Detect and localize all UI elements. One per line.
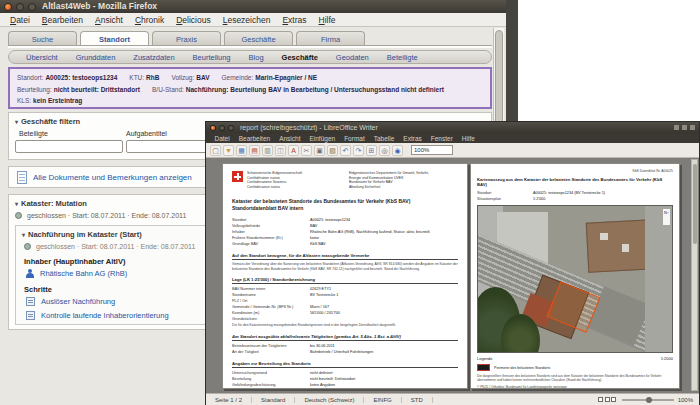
collapse-arrow-icon[interactable]: ▾ bbox=[22, 232, 25, 238]
perimeter-swatch-icon bbox=[477, 364, 490, 371]
info-segment: Gemeinde:Marin-Epagnier / NE bbox=[222, 74, 318, 81]
page-preview-icon[interactable]: ◫ bbox=[275, 145, 286, 156]
redo-icon[interactable]: ↷ bbox=[353, 145, 364, 156]
close-button[interactable] bbox=[4, 3, 12, 11]
tab-firma[interactable]: Firma bbox=[296, 31, 365, 46]
subnav-grunddaten[interactable]: Grunddaten bbox=[67, 53, 125, 62]
menu-item[interactable]: Datei bbox=[4, 15, 36, 25]
info-segment: Beurteilung:nicht beurteilt: Drittstando… bbox=[17, 86, 140, 93]
task-icon bbox=[26, 297, 35, 306]
table-icon[interactable]: ⊞ bbox=[366, 145, 377, 156]
doc-kv-row: Grundstücksnr. bbox=[232, 316, 458, 322]
collapse-arrow-icon[interactable]: ▾ bbox=[15, 201, 18, 207]
minimize-button[interactable] bbox=[219, 125, 225, 131]
schritt-link-1[interactable]: Auslöser Nachführung bbox=[41, 297, 115, 306]
menu-item[interactable]: Extras bbox=[399, 135, 426, 142]
tab-geschaefte[interactable]: Geschäfte bbox=[224, 31, 293, 46]
maximize-button[interactable] bbox=[28, 3, 36, 11]
menu-item[interactable]: Einfügen bbox=[305, 135, 340, 142]
spelling-icon[interactable]: A bbox=[288, 145, 299, 156]
subnav-beteiligte[interactable]: Beteiligte bbox=[378, 53, 427, 62]
tab-suche[interactable]: Suche bbox=[8, 31, 77, 46]
zoom-slider[interactable] bbox=[622, 399, 674, 401]
person-icon bbox=[26, 269, 34, 278]
cut-icon[interactable]: ✂ bbox=[301, 145, 312, 156]
menu-item[interactable]: Bearbeiten bbox=[36, 15, 89, 25]
close-button[interactable] bbox=[210, 125, 216, 131]
menu-item[interactable]: Chronik bbox=[129, 15, 170, 25]
show-all-documents-link[interactable]: Alle Dokumente und Bemerkungen anzeigen bbox=[33, 167, 192, 189]
schritt-link-2[interactable]: Kontrolle laufende Inhaberorientierung bbox=[41, 311, 169, 320]
writer-toolbar: ▢ ▼ ▦ ▤ ▥ ◫ A ✂ ▣ ▧ ↶ ↷ ⊞ ◎ ◉ 100% bbox=[206, 143, 699, 158]
menu-item[interactable]: Hilfe bbox=[457, 135, 479, 142]
subnav-uebersicht[interactable]: Übersicht bbox=[17, 53, 67, 62]
menu-item[interactable]: Format bbox=[340, 135, 370, 142]
collapse-arrow-icon[interactable]: ▾ bbox=[15, 119, 18, 125]
scrollbar-thumb[interactable] bbox=[693, 164, 698, 244]
inhaber-link[interactable]: Rhätische Bahn AG (RhB) bbox=[40, 269, 127, 278]
copy-icon[interactable]: ▣ bbox=[314, 145, 325, 156]
tab-standort[interactable]: Standort bbox=[80, 31, 149, 46]
section-heading: Lage (LK 1:25'000) / Standortbezeichnung bbox=[232, 277, 458, 284]
titlebar-indicator-icons bbox=[674, 125, 695, 130]
subnav-geschaefte[interactable]: Geschäfte bbox=[273, 53, 327, 62]
navigator-icon[interactable]: ◉ bbox=[392, 145, 403, 156]
kataster-status: geschlossen · Start: 08.07.2011 · Ende: … bbox=[27, 212, 186, 219]
subnav-blog[interactable]: Blog bbox=[240, 53, 273, 62]
menu-item[interactable]: Lesezeichen bbox=[217, 15, 277, 25]
statusbar-selection-mode[interactable]: STD bbox=[402, 397, 433, 403]
document-icon bbox=[17, 171, 27, 184]
save-icon[interactable]: ▦ bbox=[236, 145, 247, 156]
writer-statusbar: Seite 1 / 2 Standard Deutsch (Schweiz) E… bbox=[206, 393, 699, 405]
beteiligte-label: Beteiligte bbox=[19, 130, 48, 137]
header-line: Abteilung Sicherheit bbox=[349, 185, 429, 190]
map-scale: 1:2000 bbox=[661, 356, 673, 361]
statusbar-insert-mode[interactable]: EINFG bbox=[364, 397, 401, 403]
federal-header: Schweizerische EidgenossenschaftConfédér… bbox=[232, 171, 458, 189]
writer-scrollbar[interactable] bbox=[691, 159, 698, 391]
firefox-titlebar: Altlast4Web - Mozilla Firefox bbox=[0, 0, 506, 13]
tab-praxis[interactable]: Praxis bbox=[152, 31, 221, 46]
subnav-zusatzdaten[interactable]: Zusatzdaten bbox=[124, 53, 183, 62]
subnav-beurteilung[interactable]: Beurteilung bbox=[184, 53, 240, 62]
header-line: Confederaziun svizra bbox=[247, 185, 335, 190]
tab-baseline bbox=[8, 45, 492, 48]
undo-icon[interactable]: ↶ bbox=[340, 145, 351, 156]
print-icon[interactable]: ▥ bbox=[262, 145, 273, 156]
minimize-button[interactable] bbox=[16, 3, 24, 11]
aufgabentitel-label: Aufgabentitel bbox=[126, 130, 167, 137]
menu-item[interactable]: Delicious bbox=[170, 15, 217, 25]
statusbar-style[interactable]: Standard bbox=[252, 397, 295, 403]
maximize-button[interactable] bbox=[228, 125, 234, 131]
roof-vent bbox=[600, 233, 608, 240]
inhaber-label: Inhaber (Hauptinhaber AltlV) bbox=[24, 257, 125, 266]
menu-item[interactable]: Hilfe bbox=[313, 15, 342, 25]
firefox-menubar: DateiBearbeitenAnsichtChronikDeliciousLe… bbox=[0, 13, 506, 27]
menu-item[interactable]: Tabelle bbox=[369, 135, 399, 142]
map-note: Die dargestellten Grenzen des belasteten… bbox=[477, 374, 673, 382]
zoom-percent: 100% bbox=[678, 397, 693, 403]
beteiligte-input[interactable] bbox=[15, 140, 123, 153]
section-text: Gemäss der Verordnung über die Sanierung… bbox=[232, 262, 458, 271]
zoom-combo[interactable]: 100% bbox=[411, 145, 453, 155]
menu-item[interactable]: Bearbeiten bbox=[234, 135, 274, 142]
view-layout-icons[interactable] bbox=[598, 397, 618, 403]
section-heading: Angaben zur Beurteilung des Standorts bbox=[232, 361, 458, 368]
menu-item[interactable]: Fenster bbox=[426, 135, 457, 142]
open-icon[interactable]: ▼ bbox=[223, 145, 234, 156]
subnav-geodaten[interactable]: Geodaten bbox=[327, 53, 378, 62]
menu-item[interactable]: Ansicht bbox=[89, 15, 129, 25]
menu-item[interactable]: Datei bbox=[210, 135, 234, 142]
doc-kv-row: Grundlage BAVKbS BAV bbox=[232, 241, 458, 247]
paste-icon[interactable]: ▧ bbox=[327, 145, 338, 156]
writer-menubar: DateiBearbeitenAnsichtEinfügenFormatTabe… bbox=[206, 133, 699, 143]
map-title: Kartenauszug aus dem Kataster der belast… bbox=[477, 177, 673, 187]
statusbar-language[interactable]: Deutsch (Schweiz) bbox=[295, 397, 364, 403]
new-document-icon[interactable]: ▢ bbox=[210, 145, 221, 156]
menu-item[interactable]: Extras bbox=[276, 15, 312, 25]
task-icon bbox=[26, 311, 35, 320]
menu-item[interactable]: Ansicht bbox=[275, 135, 305, 142]
main-tabs: Suche Standort Praxis Geschäfte Firma bbox=[8, 31, 365, 46]
find-icon[interactable]: ◎ bbox=[379, 145, 390, 156]
export-pdf-icon[interactable]: ▤ bbox=[249, 145, 260, 156]
